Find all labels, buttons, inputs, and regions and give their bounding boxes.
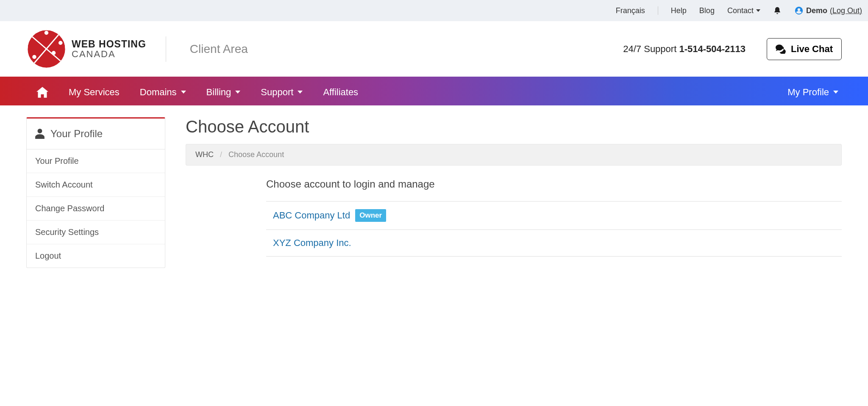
blog-link[interactable]: Blog bbox=[699, 6, 715, 15]
language-toggle[interactable]: Français bbox=[616, 6, 645, 15]
support-prefix: 24/7 Support bbox=[623, 44, 679, 54]
sidebar-item-security-settings[interactable]: Security Settings bbox=[27, 221, 165, 244]
live-chat-label: Live Chat bbox=[791, 44, 833, 55]
logout-link[interactable]: (Log Out) bbox=[830, 6, 862, 15]
contact-dropdown[interactable]: Contact bbox=[727, 6, 760, 15]
client-area-label: Client Area bbox=[190, 42, 248, 56]
chevron-down-icon bbox=[298, 91, 303, 94]
breadcrumb-separator: / bbox=[220, 150, 222, 159]
sidebar-header: Your Profile bbox=[27, 119, 165, 149]
brand-name: WEB HOSTING CANADA bbox=[72, 39, 146, 59]
page-body: Your Profile Your Profile Switch Account… bbox=[0, 105, 868, 280]
chevron-down-icon bbox=[235, 91, 240, 94]
contact-label: Contact bbox=[727, 6, 754, 15]
globe-network-icon bbox=[26, 29, 67, 69]
svg-point-4 bbox=[52, 51, 56, 55]
svg-point-2 bbox=[58, 41, 63, 45]
username-label: Demo bbox=[806, 6, 827, 15]
nav-my-profile-label: My Profile bbox=[787, 87, 829, 98]
owner-badge: Owner bbox=[355, 209, 386, 222]
svg-point-3 bbox=[32, 55, 36, 59]
nav-my-profile[interactable]: My Profile bbox=[784, 79, 842, 105]
brand-logo[interactable]: WEB HOSTING CANADA bbox=[26, 29, 146, 69]
page-title: Choose Account bbox=[186, 117, 842, 136]
chat-bubbles-icon bbox=[776, 44, 787, 54]
brand-line1: WEB HOSTING bbox=[72, 39, 146, 49]
nav-support-label: Support bbox=[261, 87, 293, 98]
nav-billing-label: Billing bbox=[206, 87, 231, 98]
nav-my-services-label: My Services bbox=[69, 87, 120, 98]
account-row: XYZ Company Inc. bbox=[266, 230, 842, 257]
nav-billing[interactable]: Billing bbox=[196, 79, 251, 105]
header-divider bbox=[166, 36, 166, 62]
nav-home[interactable] bbox=[26, 79, 58, 105]
sidebar-title: Your Profile bbox=[50, 128, 103, 140]
nav-domains[interactable]: Domains bbox=[130, 79, 196, 105]
user-menu[interactable]: Demo (Log Out) bbox=[794, 6, 862, 15]
brand-line2: CANADA bbox=[72, 49, 146, 59]
breadcrumb-current: Choose Account bbox=[228, 150, 284, 159]
main-content: Choose Account WHC / Choose Account Choo… bbox=[186, 117, 842, 257]
sidebar-item-change-password[interactable]: Change Password bbox=[27, 197, 165, 221]
bell-icon[interactable] bbox=[773, 6, 782, 15]
home-icon bbox=[36, 87, 48, 98]
accounts-heading: Choose account to login and manage bbox=[266, 178, 842, 190]
support-phone-text: 24/7 Support 1-514-504-2113 bbox=[623, 44, 746, 55]
nav-affiliates[interactable]: Affiliates bbox=[313, 79, 368, 105]
sidebar-your-profile: Your Profile Your Profile Switch Account… bbox=[26, 117, 165, 268]
sidebar-item-your-profile[interactable]: Your Profile bbox=[27, 149, 165, 173]
sidebar-item-logout[interactable]: Logout bbox=[27, 244, 165, 268]
main-nav: My Services Domains Billing Support Affi… bbox=[0, 77, 868, 105]
account-row: ABC Company Ltd Owner bbox=[266, 202, 842, 230]
nav-domains-label: Domains bbox=[140, 87, 177, 98]
sidebar-item-switch-account[interactable]: Switch Account bbox=[27, 173, 165, 197]
support-phone: 1-514-504-2113 bbox=[679, 44, 746, 54]
topbar-utility: Français Help Blog Contact Demo (Log Out… bbox=[0, 0, 868, 21]
breadcrumb-root[interactable]: WHC bbox=[195, 150, 214, 159]
user-icon bbox=[35, 129, 45, 139]
chevron-down-icon bbox=[181, 91, 186, 94]
topbar-divider bbox=[658, 6, 658, 15]
svg-point-1 bbox=[45, 31, 49, 35]
accounts-section: Choose account to login and manage ABC C… bbox=[186, 166, 842, 257]
nav-my-services[interactable]: My Services bbox=[58, 79, 130, 105]
chevron-down-icon bbox=[756, 9, 760, 12]
help-link[interactable]: Help bbox=[671, 6, 687, 15]
nav-affiliates-label: Affiliates bbox=[323, 87, 358, 98]
live-chat-button[interactable]: Live Chat bbox=[767, 38, 842, 60]
breadcrumb: WHC / Choose Account bbox=[186, 144, 842, 166]
nav-support[interactable]: Support bbox=[250, 79, 313, 105]
account-list: ABC Company Ltd Owner XYZ Company Inc. bbox=[266, 201, 842, 257]
account-link-abc[interactable]: ABC Company Ltd bbox=[273, 210, 350, 221]
user-circle-icon bbox=[794, 6, 804, 15]
account-link-xyz[interactable]: XYZ Company Inc. bbox=[273, 238, 351, 249]
header: WEB HOSTING CANADA Client Area 24/7 Supp… bbox=[0, 21, 868, 77]
chevron-down-icon bbox=[833, 91, 838, 94]
